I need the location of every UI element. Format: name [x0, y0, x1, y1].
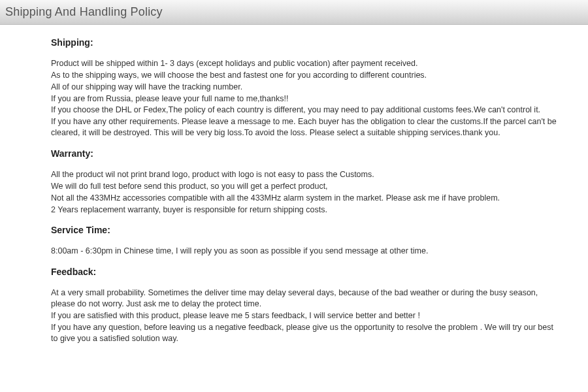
shipping-line: If you choose the DHL or Fedex,The polic…: [51, 105, 562, 116]
service-time-line: 8:00am - 6:30pm in Chinese time, I will …: [51, 246, 562, 257]
shipping-line: If you have any other requirements. Plea…: [51, 116, 562, 139]
service-time-heading: Service Time:: [51, 224, 562, 237]
warranty-line: Not all the 433MHz accessories compatibl…: [51, 193, 562, 204]
shipping-line: As to the shipping ways, we will choose …: [51, 70, 562, 81]
feedback-line: At a very small probability. Sometimes t…: [51, 287, 562, 310]
policy-content: Shipping: Product will be shipped within…: [0, 25, 588, 344]
warranty-line: 2 Years replacement warranty, buyer is r…: [51, 204, 562, 216]
feedback-body: At a very small probability. Sometimes t…: [51, 287, 562, 344]
warranty-heading: Warranty:: [51, 148, 562, 160]
warranty-line: We will do full test before send this pr…: [51, 181, 562, 192]
service-time-body: 8:00am - 6:30pm in Chinese time, I will …: [51, 246, 562, 257]
shipping-line: All of our shipping way will have the tr…: [51, 82, 562, 93]
header-bar: Shipping And Handling Policy: [0, 0, 588, 25]
warranty-line: All the product wil not print brand logo…: [51, 169, 562, 180]
feedback-line: If you have any question, before leaving…: [51, 322, 562, 344]
feedback-line: If you are satisfied with this product, …: [51, 310, 562, 321]
page-title: Shipping And Handling Policy: [5, 5, 163, 19]
warranty-body: All the product wil not print brand logo…: [51, 169, 562, 216]
shipping-line: Product will be shipped within 1- 3 days…: [51, 58, 562, 69]
feedback-heading: Feedback:: [51, 266, 562, 278]
shipping-heading: Shipping:: [51, 37, 562, 49]
shipping-body: Product will be shipped within 1- 3 days…: [51, 58, 562, 139]
shipping-line: If you are from Russia, please leave you…: [51, 93, 562, 105]
